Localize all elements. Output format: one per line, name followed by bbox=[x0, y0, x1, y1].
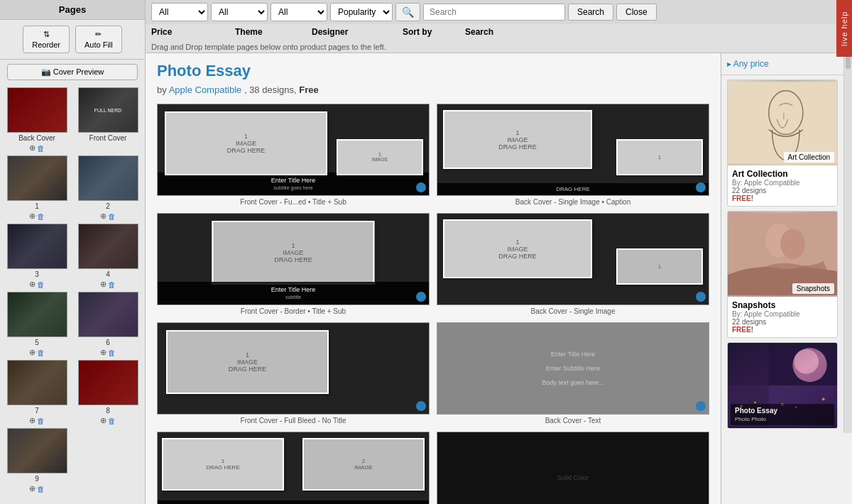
search-input[interactable] bbox=[423, 4, 565, 21]
template-thumb-4[interactable]: 1IMAGEDRAG HERE 1 bbox=[437, 213, 709, 305]
page-delete-btn-4[interactable]: 🗑 bbox=[108, 280, 116, 289]
search-label: Search bbox=[465, 27, 564, 37]
template-thumb-2[interactable]: 1IMAGEDRAG HERE 1 DRAG HERE bbox=[437, 104, 709, 196]
page-add-btn-4[interactable]: ⊕ bbox=[100, 280, 106, 289]
theme-card-photo-essay[interactable]: Photo EssayPhoto Photo bbox=[727, 342, 838, 429]
sortby-select[interactable]: Popularity Newest Name bbox=[330, 3, 393, 21]
thumb-placeholder-4: 1IMAGEDRAG HERE 1 bbox=[437, 214, 709, 305]
designer-select[interactable]: All bbox=[271, 3, 327, 21]
thumb-placeholder-3: 1IMAGEDRAG HERE Enter Title Heresubtitle bbox=[158, 214, 429, 305]
page-add-btn[interactable]: ⊕ bbox=[29, 143, 36, 153]
page-add-btn-8[interactable]: ⊕ bbox=[100, 416, 106, 425]
page-add-btn-7[interactable]: ⊕ bbox=[29, 416, 36, 425]
page-thumb-6[interactable] bbox=[78, 292, 138, 337]
template-thumb-1[interactable]: 1IMAGEDRAG HERE 1IMAGE Enter Title Heres… bbox=[157, 104, 430, 196]
page-delete-btn-5[interactable]: 🗑 bbox=[37, 348, 45, 357]
page-item-7: 7 ⊕ 🗑 bbox=[3, 360, 71, 425]
img-card-3: 1IMAGEDRAG HERE bbox=[212, 221, 374, 285]
template-caption-1: Front Cover - Fu...ed • Title + Sub bbox=[240, 198, 346, 206]
autofill-icon: ✏ bbox=[95, 30, 102, 39]
page-delete-btn-3[interactable]: 🗑 bbox=[37, 280, 45, 289]
page-label-back-cover: Back Cover bbox=[18, 134, 55, 142]
sidebar: Pages ⇅ Reorder ✏ Auto Fill 📷 Cover Prev… bbox=[0, 0, 146, 504]
page-thumb-front-cover[interactable]: FULL NERD bbox=[78, 87, 138, 133]
snapshots-count: 22 designs bbox=[732, 318, 833, 326]
page-thumb-1[interactable] bbox=[7, 155, 67, 201]
template-caption-3: Front Cover - Border • Title + Sub bbox=[241, 307, 346, 315]
main-panel: All Free Paid All All Popularity Newest … bbox=[146, 0, 852, 504]
page-thumb-content bbox=[8, 88, 67, 132]
page-delete-btn[interactable]: 🗑 bbox=[37, 143, 45, 153]
thumb-placeholder-1: 1IMAGEDRAG HERE 1IMAGE Enter Title Heres… bbox=[158, 104, 429, 195]
page-add-btn-6[interactable]: ⊕ bbox=[100, 348, 106, 357]
page-thumb-2[interactable] bbox=[78, 155, 138, 201]
autofill-button[interactable]: ✏ Auto Fill bbox=[75, 26, 122, 53]
theme-card-snapshots[interactable]: Snapshots Snapshots By: Apple Compatible… bbox=[727, 211, 838, 338]
title-bar-7: Enter Title Heresubtitle bbox=[158, 500, 429, 504]
template-thumb-6[interactable]: Enter Title HereEnter Subtitle HereBody … bbox=[437, 322, 709, 415]
blue-dot-3 bbox=[416, 292, 426, 302]
page-add-btn-2[interactable]: ⊕ bbox=[100, 212, 106, 221]
right-panel: ▸ Any price bbox=[721, 53, 852, 504]
page-thumb-8[interactable] bbox=[78, 360, 138, 405]
page-delete-btn-8[interactable]: 🗑 bbox=[108, 416, 116, 425]
snapshots-info: Snapshots By: Apple Compatible 22 design… bbox=[728, 297, 837, 337]
page-thumb-3[interactable] bbox=[7, 224, 67, 269]
scroll-thumb[interactable] bbox=[846, 55, 851, 69]
text-placeholder-8: Solid Color bbox=[552, 469, 594, 487]
price-filter[interactable]: ▸ Any price bbox=[721, 53, 843, 75]
theme-select[interactable]: All bbox=[211, 3, 268, 21]
page-delete-btn-2[interactable]: 🗑 bbox=[108, 212, 116, 221]
page-label-7: 7 bbox=[35, 407, 39, 415]
template-thumb-5[interactable]: 1IMAGEDRAG HERE bbox=[157, 322, 430, 415]
close-button[interactable]: Close bbox=[616, 4, 657, 21]
page-thumb-5[interactable] bbox=[7, 292, 67, 337]
page-delete-btn-6[interactable]: 🗑 bbox=[108, 348, 116, 357]
search-button[interactable]: Search bbox=[568, 4, 613, 21]
page-thumb-7[interactable] bbox=[7, 360, 67, 405]
thumb-placeholder-2: 1IMAGEDRAG HERE 1 DRAG HERE bbox=[437, 104, 709, 195]
img-card-7a: 1DRAG HERE bbox=[162, 438, 284, 491]
author-link[interactable]: Apple Compatible bbox=[169, 84, 242, 95]
page-controls-6: ⊕ 🗑 bbox=[100, 348, 116, 357]
template-thumb-7[interactable]: 1DRAG HERE 2IMAGE Enter Title Heresubtit… bbox=[157, 432, 430, 504]
page-controls-7: ⊕ 🗑 bbox=[29, 416, 45, 425]
page-item-5: 5 ⊕ 🗑 bbox=[3, 292, 71, 357]
art-collection-thumb-label: Art Collection bbox=[784, 152, 834, 163]
template-item-1: 1IMAGEDRAG HERE 1IMAGE Enter Title Heres… bbox=[157, 104, 430, 206]
blue-dot-6 bbox=[696, 401, 706, 411]
page-delete-btn-7[interactable]: 🗑 bbox=[37, 416, 45, 425]
svg-point-5 bbox=[780, 229, 805, 258]
search-magnifier-button[interactable]: 🔍 bbox=[395, 3, 420, 21]
template-thumb-8[interactable]: Solid Color bbox=[437, 432, 709, 504]
page-delete-btn-9[interactable]: 🗑 bbox=[37, 484, 45, 493]
template-title: Photo Essay bbox=[157, 62, 709, 80]
template-caption-4: Back Cover - Single Image bbox=[531, 307, 616, 315]
price-select[interactable]: All Free Paid bbox=[151, 3, 208, 21]
count-label: , 38 designs, bbox=[244, 84, 299, 95]
snapshots-by: By: Apple Compatible bbox=[732, 310, 833, 318]
cover-preview-button[interactable]: 📷 Cover Preview bbox=[7, 64, 138, 80]
blue-dot-5 bbox=[416, 401, 426, 411]
page-thumb-back-cover[interactable] bbox=[7, 87, 67, 133]
live-help-overlay[interactable]: live help bbox=[836, 0, 852, 57]
caption-2: DRAG HERE bbox=[437, 183, 709, 195]
page-add-btn-9[interactable]: ⊕ bbox=[29, 484, 36, 493]
right-scrollbar[interactable] bbox=[843, 53, 852, 433]
template-meta: by Apple Compatible , 38 designs, Free bbox=[157, 84, 709, 95]
page-add-btn-3[interactable]: ⊕ bbox=[29, 280, 36, 289]
page-label-1: 1 bbox=[35, 202, 39, 210]
page-item-8: 8 ⊕ 🗑 bbox=[74, 360, 142, 425]
page-thumb-4[interactable] bbox=[78, 224, 138, 269]
page-add-btn-5[interactable]: ⊕ bbox=[29, 348, 36, 357]
template-thumb-3[interactable]: 1IMAGEDRAG HERE Enter Title Heresubtitle bbox=[157, 213, 430, 305]
page-label-9: 9 bbox=[35, 475, 39, 483]
theme-label: Theme bbox=[235, 27, 306, 37]
page-add-btn-1[interactable]: ⊕ bbox=[29, 212, 36, 221]
art-collection-by: By: Apple Compatible bbox=[732, 179, 833, 187]
theme-card-art-collection[interactable]: Art Collection Art Collection By: Apple … bbox=[727, 80, 838, 207]
reorder-button[interactable]: ⇅ Reorder bbox=[23, 26, 70, 53]
page-delete-btn-1[interactable]: 🗑 bbox=[37, 212, 45, 221]
thumb-placeholder-7: 1DRAG HERE 2IMAGE Enter Title Heresubtit… bbox=[158, 432, 429, 504]
page-thumb-9[interactable] bbox=[7, 428, 67, 473]
